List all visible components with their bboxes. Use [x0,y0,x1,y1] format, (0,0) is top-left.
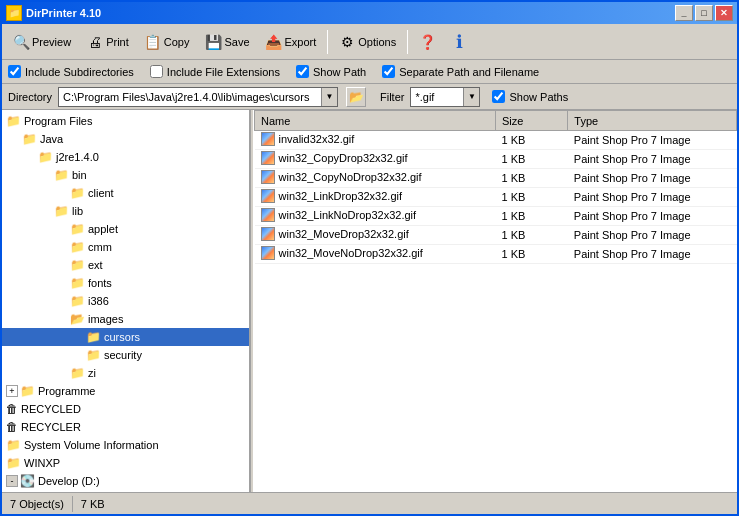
save-label: Save [224,36,249,48]
include-subdirs-checkbox[interactable] [8,65,21,78]
show-path-label: Show Path [313,66,366,78]
table-row[interactable]: win32_LinkDrop32x32.gif 1 KB Paint Shop … [255,188,737,207]
close-button[interactable]: ✕ [715,5,733,21]
status-size: 7 KB [81,498,105,510]
tree-item-zi[interactable]: 📁 zi [2,364,249,382]
folder-icon-applet: 📁 [70,222,85,236]
show-paths-group: Show Paths [492,90,568,103]
folder-icon-ext: 📁 [70,258,85,272]
save-button[interactable]: 💾 Save [198,28,256,56]
maximize-button[interactable]: □ [695,5,713,21]
tree-item-bilder[interactable]: 📁 Bilder [2,490,249,492]
copy-button[interactable]: 📋 Copy [138,28,197,56]
show-path-checkbox[interactable] [296,65,309,78]
table-row[interactable]: win32_MoveNoDrop32x32.gif 1 KB Paint Sho… [255,245,737,264]
tree-item-develop-d[interactable]: - 💽 Develop (D:) [2,472,249,490]
title-bar-left: 📁 DirPrinter 4.10 [6,5,101,21]
file-size-cell: 1 KB [496,169,568,188]
col-header-type[interactable]: Type [568,111,737,131]
include-extensions-group: Include File Extensions [150,65,280,78]
folder-icon-recycled: 🗑 [6,402,18,416]
show-path-group: Show Path [296,65,366,78]
filter-combo[interactable]: *.gif ▼ [410,87,480,107]
tree-item-fonts[interactable]: 📁 fonts [2,274,249,292]
preview-button[interactable]: 🔍 Preview [6,28,78,56]
gif-file-icon [261,170,275,184]
show-paths-checkbox[interactable] [492,90,505,103]
tree-item-java[interactable]: 📁 Java [2,130,249,148]
tree-item-cursors[interactable]: 📁 cursors [2,328,249,346]
directory-dropdown-arrow[interactable]: ▼ [321,88,337,106]
file-type-cell: Paint Shop Pro 7 Image [568,245,737,264]
tree-item-security[interactable]: 📁 security [2,346,249,364]
directory-combo[interactable]: C:\Program Files\Java\j2re1.4.0\lib\imag… [58,87,338,107]
tree-label-ext: ext [88,259,103,271]
tree-label-recycled: RECYCLED [21,403,81,415]
file-name-text: win32_CopyDrop32x32.gif [279,152,408,164]
tree-item-cmm[interactable]: 📁 cmm [2,238,249,256]
options-button[interactable]: ⚙ Options [332,28,403,56]
file-size-cell: 1 KB [496,131,568,150]
tree-item-recycler[interactable]: 🗑 RECYCLER [2,418,249,436]
tree-label-winxp: WINXP [24,457,60,469]
table-row[interactable]: invalid32x32.gif 1 KB Paint Shop Pro 7 I… [255,131,737,150]
table-row[interactable]: win32_LinkNoDrop32x32.gif 1 KB Paint Sho… [255,207,737,226]
tree-label-fonts: fonts [88,277,112,289]
options-bar: Include Subdirectories Include File Exte… [2,60,737,84]
table-row[interactable]: win32_MoveDrop32x32.gif 1 KB Paint Shop … [255,226,737,245]
tree-inner: 📁 Program Files 📁 Java 📁 j2re1.4.0 📁 bin [2,110,249,492]
folder-icon-develop-d: 💽 [20,474,35,488]
separate-path-checkbox[interactable] [382,65,395,78]
minimize-button[interactable]: _ [675,5,693,21]
tree-item-programme[interactable]: + 📁 Programme [2,382,249,400]
tree-item-j2re140[interactable]: 📁 j2re1.4.0 [2,148,249,166]
tree-item-program-files[interactable]: 📁 Program Files [2,112,249,130]
table-row[interactable]: win32_CopyNoDrop32x32.gif 1 KB Paint Sho… [255,169,737,188]
expand-programme[interactable]: + [6,385,18,397]
tree-item-bin[interactable]: 📁 bin [2,166,249,184]
expand-develop-d[interactable]: - [6,475,18,487]
filter-dropdown-arrow[interactable]: ▼ [463,88,479,106]
export-icon: 📤 [266,34,282,50]
title-bar: 📁 DirPrinter 4.10 _ □ ✕ [2,2,737,24]
tree-label-cursors: cursors [104,331,140,343]
file-name-cell: win32_CopyDrop32x32.gif [255,150,496,169]
folder-icon-i386: 📁 [70,294,85,308]
col-header-size[interactable]: Size [496,111,568,131]
status-bar: 7 Object(s) 7 KB [2,492,737,514]
file-panel: Name Size Type invalid32x32.gif 1 KB Pai… [254,110,737,492]
tree-item-applet[interactable]: 📁 applet [2,220,249,238]
browse-button[interactable]: 📂 [346,87,366,107]
tree-item-recycled[interactable]: 🗑 RECYCLED [2,400,249,418]
folder-icon-winxp: 📁 [6,456,21,470]
file-type-cell: Paint Shop Pro 7 Image [568,150,737,169]
folder-icon-fonts: 📁 [70,276,85,290]
directory-bar: Directory C:\Program Files\Java\j2re1.4.… [2,84,737,110]
tree-item-lib[interactable]: 📁 lib [2,202,249,220]
print-button[interactable]: 🖨 Print [80,28,136,56]
tree-label-security: security [104,349,142,361]
status-separator [72,496,73,512]
file-type-cell: Paint Shop Pro 7 Image [568,226,737,245]
tree-item-system-volume[interactable]: 📁 System Volume Information [2,436,249,454]
tree-item-winxp[interactable]: 📁 WINXP [2,454,249,472]
tree-item-client[interactable]: 📁 client [2,184,249,202]
table-row[interactable]: win32_CopyDrop32x32.gif 1 KB Paint Shop … [255,150,737,169]
tree-item-images[interactable]: 📂 images [2,310,249,328]
separate-path-label: Separate Path and Filename [399,66,539,78]
tree-item-i386[interactable]: 📁 i386 [2,292,249,310]
include-extensions-checkbox[interactable] [150,65,163,78]
info-icon: ℹ [451,34,467,50]
help-button[interactable]: ❓ [412,28,442,56]
file-name-text: win32_CopyNoDrop32x32.gif [279,171,422,183]
preview-label: Preview [32,36,71,48]
tree-label-develop-d: Develop (D:) [38,475,100,487]
about-button[interactable]: ℹ [444,28,474,56]
directory-label: Directory [8,91,52,103]
folder-icon-lib: 📁 [54,204,69,218]
export-button[interactable]: 📤 Export [259,28,324,56]
tree-item-ext[interactable]: 📁 ext [2,256,249,274]
file-name-cell: win32_LinkNoDrop32x32.gif [255,207,496,226]
col-header-name[interactable]: Name [255,111,496,131]
tree-label-zi: zi [88,367,96,379]
